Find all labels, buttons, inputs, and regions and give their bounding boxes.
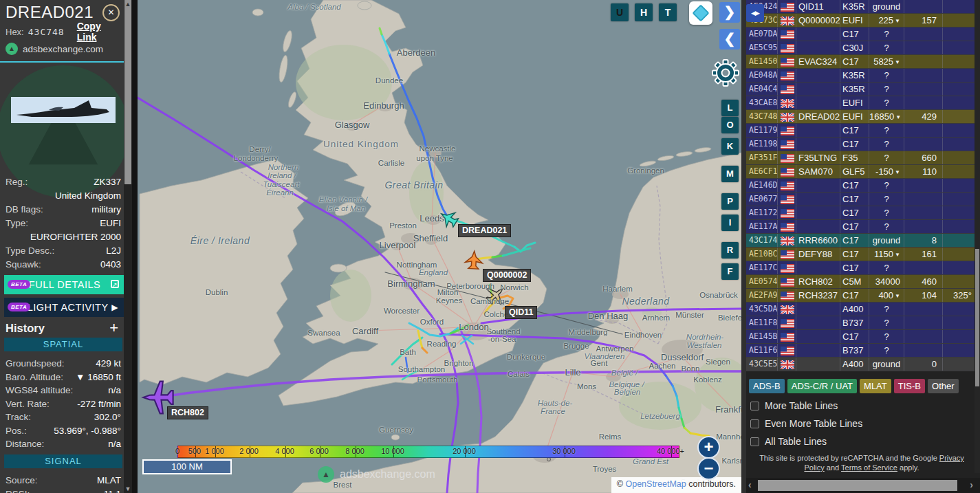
layers-button[interactable] xyxy=(689,1,712,25)
table-row[interactable]: AE04C4K35R? xyxy=(746,83,974,96)
aircraft-label-q0000002[interactable]: Q0000002 xyxy=(483,269,531,282)
table-row[interactable]: 43CAE8EUFI? xyxy=(746,96,974,110)
speed-cell xyxy=(904,41,943,54)
checkbox[interactable] xyxy=(750,437,759,446)
table-row[interactable]: 43C5DAA400? xyxy=(746,303,974,316)
map-button-p[interactable]: P xyxy=(721,193,739,210)
detail-row: Groundspeed:429 kt xyxy=(6,357,121,371)
type-cell: C17 xyxy=(840,193,869,206)
aircraft-photo[interactable] xyxy=(11,97,116,123)
speed-cell: 161 xyxy=(904,248,943,261)
panel-expand-right-icon[interactable]: ❯ xyxy=(719,2,740,23)
table-lines-option[interactable]: More Table Lines xyxy=(750,397,862,415)
table-row[interactable]: AE1450EVAC324C175825▼ xyxy=(746,55,974,69)
map-button-f[interactable]: F xyxy=(721,263,739,280)
table-row[interactable]: AE11F8B737? xyxy=(746,316,974,330)
map-toggle-t[interactable]: T xyxy=(659,3,677,21)
table-row[interactable]: AE0677C17? xyxy=(746,193,974,206)
table-row[interactable]: AE07DAC17? xyxy=(746,28,974,41)
table-row[interactable]: AE2FA9RCH3237C17400▼104325° xyxy=(746,289,974,303)
table-row[interactable]: AE5C95C30J? xyxy=(746,41,974,55)
scrollbar-thumb[interactable] xyxy=(975,249,979,386)
table-row[interactable]: AE0424QID11K35Rground xyxy=(746,0,974,14)
hex-cell: 43C174 xyxy=(746,234,778,247)
table-row[interactable]: AE117AC17? xyxy=(746,220,974,234)
table-lines-option[interactable]: All Table Lines xyxy=(750,432,862,450)
altitude-cell: 16850▼ xyxy=(869,110,904,123)
map-button-i[interactable]: I xyxy=(721,215,739,231)
zoom-out-button[interactable]: − xyxy=(697,457,720,480)
table-row[interactable]: AE11F6B737? xyxy=(746,344,974,358)
table-row[interactable]: AE048AK35R? xyxy=(746,69,974,83)
hex-cell: 43C5E5 xyxy=(746,358,778,371)
history-add-icon[interactable]: + xyxy=(109,321,118,335)
altitude-cell: 5825▼ xyxy=(869,55,904,68)
panel-collapse-left-icon[interactable]: ❮ xyxy=(719,29,740,50)
close-icon[interactable]: ✕ xyxy=(102,4,120,21)
flight-activity-button[interactable]: BETA FLIGHT ACTIVITY ▶ xyxy=(4,298,125,317)
aircraft-label-rch802[interactable]: RCH802 xyxy=(167,406,208,419)
scroll-down-icon[interactable]: ▼ xyxy=(124,485,132,492)
table-vertical-scrollbar[interactable] xyxy=(974,0,980,473)
checkbox[interactable] xyxy=(750,402,759,410)
recaptcha-text: apply. xyxy=(897,463,919,472)
sidebar-scrollbar[interactable]: ▲ ▼ xyxy=(124,0,132,493)
type-cell: C17 xyxy=(840,330,869,343)
type-cell: C17 xyxy=(840,220,869,233)
checkbox[interactable] xyxy=(750,419,759,428)
map-toggle-h[interactable]: H xyxy=(635,3,653,21)
table-horizontal-scrollbar[interactable]: ‹ › xyxy=(746,478,980,493)
table-row[interactable]: AE10BCDEFY88C171150▼161 xyxy=(746,248,974,261)
table-row[interactable]: AE6CF1SAM070GLF5-150▼110 xyxy=(746,165,974,179)
filter-button[interactable]: ADS-C/R / UAT xyxy=(787,379,857,393)
map[interactable]: Alba / ScotlandAberdeenDundeeEdinburghGl… xyxy=(138,0,741,493)
map-toggle-u[interactable]: U xyxy=(611,3,629,21)
zoom-in-button[interactable]: + xyxy=(697,436,720,459)
scroll-up-icon[interactable]: ▲ xyxy=(124,1,132,8)
filter-button[interactable]: MLAT xyxy=(860,379,891,393)
table-row[interactable]: AE1179C17? xyxy=(746,124,974,138)
aircraft-label-dread021[interactable]: DREAD021 xyxy=(458,224,511,237)
track-cell xyxy=(943,96,974,109)
table-row[interactable]: 43C5E5A400ground0 xyxy=(746,358,974,371)
scrollbar-thumb[interactable] xyxy=(758,480,957,491)
table-row[interactable]: AE0574RCH802C5M34000460 xyxy=(746,275,974,289)
map-button-l[interactable]: L xyxy=(721,100,739,116)
flag-icon xyxy=(778,96,796,109)
full-details-button[interactable]: BETA FULL DETAILS ↗ xyxy=(4,275,125,294)
map-button-r[interactable]: R xyxy=(721,242,739,259)
table-row[interactable]: AE1198C17? xyxy=(746,138,974,151)
track-cell xyxy=(943,151,974,164)
filter-button[interactable]: ADS-B xyxy=(749,379,785,393)
gear-icon[interactable] xyxy=(710,57,741,91)
terms-of-service-link[interactable]: Terms of Service xyxy=(841,463,897,472)
table-row[interactable]: 43C174RRR6600C17ground8 xyxy=(746,234,974,248)
table-row[interactable]: AE117CC17? xyxy=(746,261,974,275)
filter-button[interactable]: TIS-B xyxy=(894,379,925,393)
table-row[interactable]: AF351FF35LTNGF35?660 xyxy=(746,151,974,165)
table-row[interactable]: 43C73CQ0000002EUFI225▼157 xyxy=(746,14,974,28)
scroll-left-icon[interactable]: ‹ xyxy=(748,479,752,490)
table-expander-icon[interactable]: ◀▶ xyxy=(746,4,764,22)
scrollbar-thumb[interactable] xyxy=(124,0,131,184)
openstreetmap-link[interactable]: OpenStreetMap xyxy=(625,479,686,489)
track-cell xyxy=(943,69,974,82)
map-button-o[interactable]: O xyxy=(721,117,739,133)
track-cell xyxy=(943,220,974,233)
type-cell: B737 xyxy=(840,344,869,357)
filter-button[interactable]: Other xyxy=(928,379,959,393)
table-row[interactable]: AE1172C17? xyxy=(746,206,974,220)
altitude-tick-label: 30 000 xyxy=(552,447,576,455)
table-row[interactable]: AE146DC17? xyxy=(746,179,974,193)
detail-row: Source:MLAT xyxy=(6,474,121,487)
aircraft-label-qid11[interactable]: QID11 xyxy=(505,306,537,319)
scroll-right-icon[interactable]: › xyxy=(970,479,973,490)
hex-cell: AE0574 xyxy=(746,275,778,288)
spatial-rows: Groundspeed:429 ktBaro. Altitude:▼ 16850… xyxy=(6,357,121,451)
table-row[interactable]: AE145BC17? xyxy=(746,330,974,344)
table-lines-option[interactable]: Even More Table Lines xyxy=(750,415,862,432)
table-row[interactable]: 43C748DREAD021EUFI16850▼429 xyxy=(746,110,974,124)
flag-icon xyxy=(778,110,796,123)
map-button-k[interactable]: K xyxy=(721,138,739,155)
map-button-m[interactable]: M xyxy=(721,166,739,182)
